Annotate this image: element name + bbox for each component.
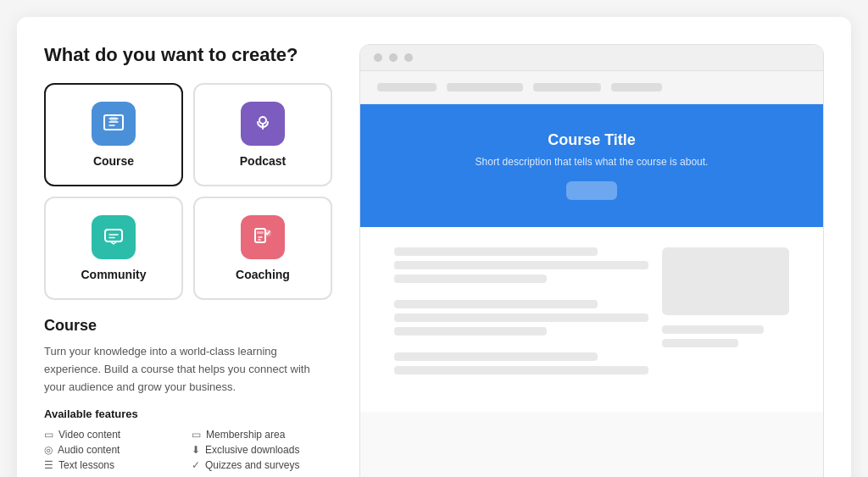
feature-quizzes: ✓ Quizzes and surveys	[192, 459, 332, 471]
main-container: What do you want to create? Course	[17, 17, 851, 477]
course-hero: Course Title Short description that tell…	[360, 104, 823, 227]
community-icon	[92, 215, 136, 259]
page-title: What do you want to create?	[44, 44, 332, 66]
card-grid: Course Podcast	[44, 83, 332, 300]
feature-text: ☰ Text lessons	[44, 459, 185, 471]
feature-membership: ▭ Membership area	[192, 429, 332, 441]
browser-bar	[360, 45, 823, 71]
hero-title: Course Title	[548, 131, 636, 149]
feature-downloads-label: Exclusive downloads	[205, 444, 299, 456]
feature-audio: ◎ Audio content	[44, 444, 185, 456]
community-label: Community	[81, 268, 147, 281]
podcast-label: Podcast	[240, 154, 286, 168]
quizzes-icon: ✓	[192, 459, 200, 471]
svg-point-2	[259, 117, 266, 124]
card-course[interactable]: Course	[44, 83, 183, 186]
coaching-label: Coaching	[236, 268, 290, 281]
audio-icon: ◎	[44, 444, 53, 456]
card-podcast[interactable]: Podcast	[193, 83, 332, 186]
course-body	[360, 227, 823, 412]
feature-video-label: Video content	[58, 429, 120, 441]
svg-rect-5	[257, 231, 264, 234]
membership-icon: ▭	[192, 429, 201, 441]
hero-cta-button[interactable]	[566, 181, 617, 200]
hero-desc: Short description that tells what the co…	[476, 156, 709, 168]
card-coaching[interactable]: Coaching	[193, 197, 332, 300]
course-label: Course	[93, 154, 134, 168]
podcast-icon	[241, 102, 285, 146]
feature-audio-label: Audio content	[58, 444, 120, 456]
desc-text: Turn your knowledge into a world-class l…	[44, 343, 332, 396]
card-community[interactable]: Community	[44, 197, 183, 300]
content-skeletons	[394, 247, 648, 391]
browser-mockup: Course Title Short description that tell…	[359, 44, 824, 477]
feature-downloads: ⬇ Exclusive downloads	[192, 444, 332, 456]
downloads-icon: ⬇	[192, 444, 200, 456]
browser-dot-2	[389, 53, 398, 62]
browser-dot-3	[404, 53, 413, 62]
features-title: Available features	[44, 408, 332, 420]
right-panel: Course Title Short description that tell…	[359, 44, 824, 477]
svg-rect-1	[110, 117, 117, 122]
browser-dot-1	[374, 53, 382, 62]
text-icon: ☰	[44, 459, 53, 471]
feature-membership-label: Membership area	[206, 429, 285, 441]
feature-text-label: Text lessons	[58, 459, 114, 471]
video-icon: ▭	[44, 429, 53, 441]
browser-content: Course Title Short description that tell…	[360, 71, 823, 412]
left-panel: What do you want to create? Course	[44, 44, 332, 477]
course-icon	[92, 102, 136, 146]
description-section: Course Turn your knowledge into a world-…	[44, 317, 332, 471]
sidebar-skeletons	[662, 247, 789, 391]
feature-video: ▭ Video content	[44, 429, 185, 441]
svg-rect-3	[105, 230, 122, 241]
features-grid: ▭ Video content ▭ Membership area ◎ Audi…	[44, 429, 332, 471]
feature-quizzes-label: Quizzes and surveys	[205, 459, 299, 471]
desc-title: Course	[44, 317, 332, 335]
coaching-icon	[241, 215, 285, 259]
